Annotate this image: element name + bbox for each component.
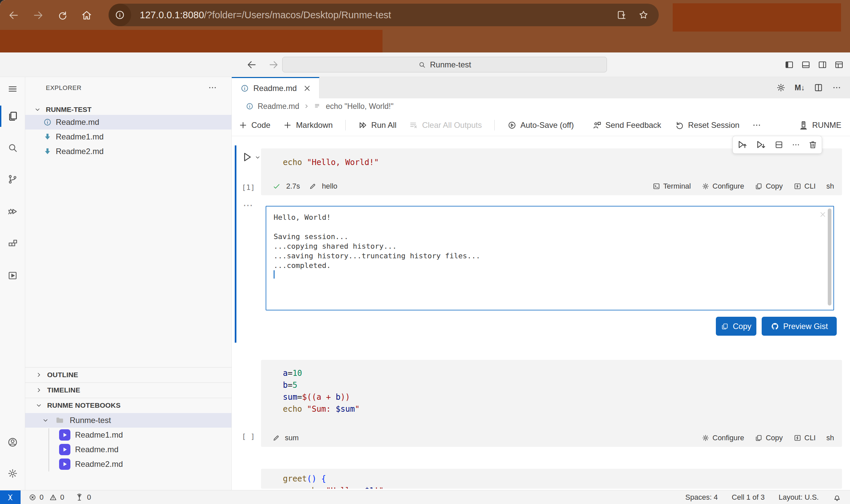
reset-session-button[interactable]: Reset Session xyxy=(675,121,739,130)
tab-close-icon[interactable] xyxy=(303,84,311,93)
toggle-sidebar-icon[interactable] xyxy=(784,60,794,70)
browser-back-icon[interactable] xyxy=(8,10,19,21)
url-path: /?folder=/Users/macos/Desktop/Runme-test xyxy=(204,10,391,21)
breadcrumb-file[interactable]: Readme.md xyxy=(258,102,299,111)
cell-code[interactable]: echo "Hello, $1!" xyxy=(283,485,842,489)
terminal-action[interactable]: Terminal xyxy=(652,182,691,191)
open-markdown-icon[interactable]: M↓ xyxy=(795,83,805,92)
install-app-icon[interactable] xyxy=(616,10,627,20)
remote-indicator[interactable] xyxy=(0,490,21,504)
notifications-bell-icon[interactable] xyxy=(833,493,842,502)
browser-reload-icon[interactable] xyxy=(57,10,68,21)
run-debug-icon[interactable] xyxy=(7,206,18,217)
rename-pencil-icon[interactable] xyxy=(272,434,280,442)
editor-more-icon[interactable] xyxy=(832,83,842,92)
account-icon[interactable] xyxy=(7,437,18,448)
cell-output[interactable]: Hello, World! Saving session......copyin… xyxy=(266,206,834,310)
split-cell-icon[interactable] xyxy=(774,140,783,149)
copy-button[interactable]: Copy xyxy=(716,317,756,336)
runme-view-icon[interactable] xyxy=(7,270,18,281)
cell-code[interactable]: greet() { xyxy=(283,473,842,485)
customize-layout-icon[interactable] xyxy=(834,60,844,70)
nav-back-icon[interactable] xyxy=(246,59,257,70)
tab-readme[interactable]: Readme.md xyxy=(232,77,320,98)
broadcast-indicator[interactable]: 0 xyxy=(75,490,91,504)
toolbar-more-icon[interactable] xyxy=(752,121,761,130)
command-center[interactable]: Runme-test xyxy=(282,57,607,72)
preview-gist-button[interactable]: Preview Gist xyxy=(762,317,837,336)
code-cell-3[interactable]: greet() { echo "Hello, $1!" xyxy=(261,469,842,489)
execute-above-icon[interactable] xyxy=(737,140,748,150)
autosave-button[interactable]: Auto-Save (off) xyxy=(507,121,574,130)
search-view-icon[interactable] xyxy=(7,142,18,154)
notebook-row[interactable]: Readme.md xyxy=(25,442,231,457)
browser-forward-icon[interactable] xyxy=(33,10,44,21)
cli-action[interactable]: CLI xyxy=(794,182,816,191)
chevron-down-icon xyxy=(42,417,49,424)
command-center-label: Runme-test xyxy=(430,60,471,69)
delete-cell-icon[interactable] xyxy=(808,140,817,149)
browser-home-icon[interactable] xyxy=(81,10,92,21)
configure-action[interactable]: Configure xyxy=(702,434,744,442)
breadcrumb-cell[interactable]: echo "Hello, World!" xyxy=(326,102,394,111)
explorer-icon[interactable] xyxy=(7,110,19,122)
split-editor-icon[interactable] xyxy=(813,83,824,93)
url-bar[interactable]: 127.0.0.1:8080/?folder=/Users/macos/Desk… xyxy=(109,4,659,26)
copy-action[interactable]: Copy xyxy=(755,182,783,191)
copy-action[interactable]: Copy xyxy=(755,434,783,442)
file-row-readme1[interactable]: Readme1.md xyxy=(25,129,231,144)
bookmark-star-icon[interactable] xyxy=(638,10,649,20)
notebook-folder-row[interactable]: Runme-test xyxy=(25,413,231,428)
terminal-cursor xyxy=(274,270,275,278)
settings-gear-icon[interactable] xyxy=(7,468,18,479)
cell-more-icon[interactable] xyxy=(792,141,800,149)
notebook-row[interactable]: Readme1.md xyxy=(25,428,231,442)
file-row-readme[interactable]: Readme.md xyxy=(25,115,231,129)
add-code-button[interactable]: Code xyxy=(238,121,270,130)
output-close-icon[interactable] xyxy=(819,211,827,218)
cell-code[interactable]: a=10 xyxy=(283,367,842,379)
source-control-icon[interactable] xyxy=(7,174,18,185)
configure-action[interactable]: Configure xyxy=(702,182,744,191)
copy-icon xyxy=(755,434,763,442)
run-options-chevron-icon[interactable] xyxy=(254,154,261,161)
notebook-settings-icon[interactable] xyxy=(776,83,786,93)
tab-strip: Readme.md M↓ xyxy=(232,77,850,98)
file-row-readme2[interactable]: Readme2.md xyxy=(25,144,231,159)
cell-name[interactable]: hello xyxy=(322,182,337,191)
cli-action[interactable]: CLI xyxy=(794,434,816,442)
clear-all-outputs-button[interactable]: Clear All Outputs xyxy=(409,121,482,130)
outline-section[interactable]: OUTLINE xyxy=(25,367,231,382)
active-indicator xyxy=(0,106,1,127)
cell-code[interactable]: sum=$((a + b)) xyxy=(283,391,842,403)
run-all-button[interactable]: Run All xyxy=(358,121,396,130)
cell-name[interactable]: sum xyxy=(285,434,299,442)
extensions-icon[interactable] xyxy=(7,238,18,249)
notebook-row[interactable]: Readme2.md xyxy=(25,457,231,471)
spaces-indicator[interactable]: Spaces: 4 xyxy=(685,493,718,502)
cell-indicator[interactable]: Cell 1 of 3 xyxy=(732,493,765,502)
cell-code[interactable]: b=5 xyxy=(283,379,842,391)
rename-pencil-icon[interactable] xyxy=(309,182,317,190)
site-info-badge[interactable] xyxy=(109,4,131,26)
code-cell-1[interactable]: echo "Hello, World!" 2.7s hello Terminal… xyxy=(261,148,842,195)
run-cell-icon[interactable] xyxy=(241,151,253,163)
editor-area: Readme.md M↓ Readme.md echo "Hello, Worl… xyxy=(232,77,850,490)
toggle-secondary-sidebar-icon[interactable] xyxy=(817,60,828,70)
code-cell-2[interactable]: a=10 b=5 sum=$((a + b)) echo "Sum: $sum"… xyxy=(261,360,842,447)
problems-indicator[interactable]: 0 0 xyxy=(29,490,65,504)
breadcrumb: Readme.md echo "Hello, World!" xyxy=(232,98,850,114)
add-markdown-button[interactable]: Markdown xyxy=(283,121,333,130)
toggle-panel-icon[interactable] xyxy=(801,60,811,70)
layout-indicator[interactable]: Layout: U.S. xyxy=(779,493,819,502)
nav-forward-icon[interactable] xyxy=(268,59,279,70)
runme-notebooks-section[interactable]: RUNME NOTEBOOKS xyxy=(25,398,231,412)
cell-code[interactable]: echo "Sum: $sum" xyxy=(283,403,842,415)
send-feedback-button[interactable]: Send Feedback xyxy=(592,121,661,130)
output-collapse-dots[interactable]: ⋯ xyxy=(243,199,254,211)
execute-below-icon[interactable] xyxy=(756,140,766,150)
explorer-more-icon[interactable] xyxy=(208,83,217,92)
timeline-section[interactable]: TIMELINE xyxy=(25,382,231,397)
menu-icon[interactable] xyxy=(7,84,18,94)
output-scrollbar[interactable] xyxy=(828,209,831,305)
